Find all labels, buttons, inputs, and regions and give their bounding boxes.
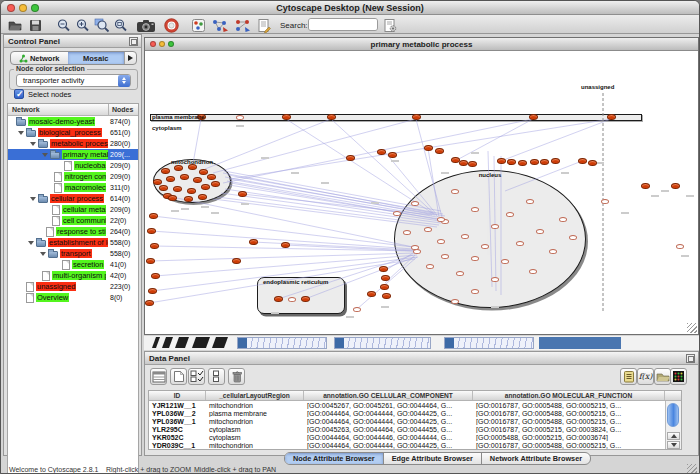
graph-node-selected[interactable] — [146, 258, 155, 264]
graph-node-selected[interactable] — [168, 195, 177, 201]
graph-node-selected[interactable] — [201, 184, 210, 190]
graph-node[interactable] — [393, 211, 401, 216]
graph-node-selected[interactable] — [174, 165, 183, 171]
graph-node[interactable] — [424, 227, 432, 232]
graph-node[interactable] — [481, 244, 489, 249]
graph-node[interactable] — [411, 245, 419, 250]
table-row[interactable]: YKR052Ccytoplasm[GO:0044464, GO:0044446,… — [149, 434, 681, 442]
help-lifering-icon[interactable] — [164, 17, 179, 33]
table-row[interactable]: YPL036W__1mitochondrion[GO:0044464, GO:0… — [149, 417, 681, 425]
expander-icon[interactable] — [40, 252, 46, 256]
graph-node[interactable] — [516, 241, 524, 246]
graph-node-selected[interactable] — [327, 114, 336, 120]
tree-row[interactable]: establishment of lo558(0) — [8, 237, 138, 248]
graph-node[interactable] — [403, 230, 411, 235]
annotation-button[interactable] — [257, 17, 272, 33]
more-tabs-button[interactable] — [124, 52, 136, 64]
graph-node[interactable] — [501, 259, 509, 264]
table-row[interactable]: YJR121W__1mitochondrion[GO:0045267, GO:0… — [149, 401, 681, 409]
layout-button-2[interactable] — [234, 17, 253, 33]
graph-node[interactable] — [569, 235, 577, 240]
zoom-fit-button[interactable] — [113, 17, 128, 33]
table-row[interactable]: YDR039C__1mitochondrion[GO:0044464, GO:0… — [149, 442, 681, 450]
table-row[interactable]: YPL036W__2plasma membrane[GO:0044464, GO… — [149, 409, 681, 417]
graph-node-selected[interactable] — [379, 266, 388, 272]
expander-icon[interactable] — [18, 131, 24, 135]
graph-node-selected[interactable] — [249, 239, 258, 245]
node-color-dropdown[interactable]: transporter activity — [16, 74, 131, 87]
graph-node-selected[interactable] — [607, 114, 616, 120]
graph-node[interactable] — [236, 115, 244, 120]
tree-row[interactable]: secretion41(0) — [8, 259, 138, 270]
expander-icon[interactable] — [42, 153, 48, 157]
graph-node[interactable] — [426, 264, 434, 269]
float-window-icon[interactable] — [686, 354, 695, 363]
graph-node-selected[interactable] — [459, 160, 468, 166]
graph-node-selected[interactable] — [412, 114, 421, 120]
graph-node-selected[interactable] — [187, 188, 196, 194]
graph-node-selected[interactable] — [149, 213, 158, 219]
table-vertical-scrollbar[interactable] — [665, 401, 681, 449]
tree-row[interactable]: macromolecule311(0) — [8, 182, 138, 193]
graph-node-selected[interactable] — [180, 174, 189, 180]
table-row[interactable]: YLR295Ccytoplasm[GO:0045263, GO:0044464,… — [149, 425, 681, 433]
attribute-list-button[interactable] — [150, 368, 167, 385]
tree-row[interactable]: nitrogen compo209(0) — [8, 171, 138, 182]
tab-network-attribute-browser[interactable]: Network Attribute Browser — [482, 453, 590, 464]
zoom-selected-button[interactable] — [94, 17, 110, 33]
graph-node-selected[interactable] — [377, 149, 386, 155]
graph-node-selected[interactable] — [274, 296, 283, 302]
graph-node-selected[interactable] — [578, 158, 587, 164]
column-header[interactable]: ID — [149, 391, 206, 400]
graph-node-selected[interactable] — [301, 296, 310, 302]
graph-node-selected[interactable] — [435, 148, 444, 154]
graph-node-selected[interactable] — [281, 242, 290, 248]
graph-node-selected[interactable] — [173, 186, 182, 192]
graph-node[interactable] — [353, 307, 361, 312]
graph-node[interactable] — [461, 234, 469, 239]
import-attributes-button[interactable] — [654, 368, 671, 385]
graph-node-selected[interactable] — [540, 159, 549, 165]
graph-node-selected[interactable] — [153, 179, 162, 185]
search-input[interactable] — [309, 19, 378, 30]
zoom-in-button[interactable] — [75, 17, 90, 33]
window-resize-grip[interactable] — [687, 464, 697, 474]
tree-row[interactable]: cellular process614(0) — [8, 193, 138, 204]
graph-node-selected[interactable] — [184, 196, 193, 202]
column-header[interactable]: _cellularLayoutRegion — [206, 391, 304, 400]
tab-edge-attribute-browser[interactable]: Edge Attribute Browser — [384, 453, 482, 464]
graph-node-selected[interactable] — [159, 185, 168, 191]
graph-node-selected[interactable] — [497, 158, 506, 164]
float-window-icon[interactable] — [129, 37, 138, 46]
graph-node[interactable] — [456, 271, 464, 276]
graph-node-selected[interactable] — [367, 291, 376, 297]
graph-node-selected[interactable] — [161, 168, 170, 174]
graph-node-selected[interactable] — [147, 228, 156, 234]
tab-network[interactable]: Network — [11, 52, 68, 64]
graph-node[interactable] — [437, 239, 445, 244]
graph-node-selected[interactable] — [641, 183, 650, 189]
unselect-attributes-button[interactable] — [208, 368, 225, 385]
graph-node[interactable] — [491, 277, 499, 282]
graph-node[interactable] — [437, 217, 445, 222]
open-button[interactable] — [7, 17, 23, 33]
tree-row[interactable]: nucleobase-209(0) — [8, 160, 138, 171]
tree-row[interactable]: multi-organism pro42(0) — [8, 270, 138, 281]
graph-node[interactable] — [549, 249, 557, 254]
graph-node[interactable] — [559, 217, 567, 222]
graph-node[interactable] — [471, 207, 479, 212]
graph-node-selected[interactable] — [346, 155, 355, 161]
delete-attribute-trash-button[interactable] — [228, 368, 245, 385]
column-header[interactable]: annotation.GO MOLECULAR_FUNCTION — [473, 391, 665, 400]
graph-node-selected[interactable] — [166, 176, 175, 182]
graph-node-selected[interactable] — [381, 275, 390, 281]
tree-row[interactable]: Overview8(0) — [8, 292, 138, 303]
expander-icon[interactable] — [30, 197, 36, 201]
graph-node-selected[interactable] — [424, 145, 433, 151]
graph-node[interactable] — [526, 199, 534, 204]
graph-node-selected[interactable] — [282, 114, 291, 120]
expander-icon[interactable] — [30, 142, 36, 146]
scrollbar-thumb[interactable] — [667, 403, 679, 427]
graph-node[interactable] — [451, 189, 459, 194]
clipboard-button[interactable] — [620, 368, 637, 385]
